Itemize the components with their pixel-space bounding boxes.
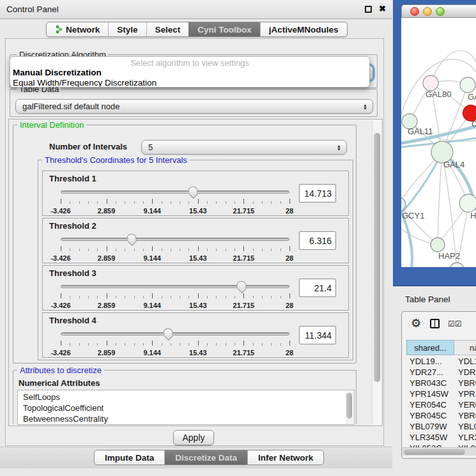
horizontal-scrollbar[interactable] [402, 447, 476, 456]
scrollbar-thumb[interactable] [374, 133, 380, 382]
slider-thumb[interactable] [127, 234, 136, 241]
combobox-arrows-icon: ▲▼ [363, 104, 367, 110]
threshold-label: Threshold 4 [49, 316, 96, 325]
column-header-shared[interactable]: shared... [406, 340, 454, 355]
tab-style[interactable]: Style [108, 22, 146, 36]
threshold-2-value-field[interactable]: 6.316 [299, 231, 336, 250]
threshold-4-value-field[interactable]: 11.344 [299, 326, 336, 344]
tab-label: jActiveMNodules [269, 25, 339, 35]
tab-infer-network[interactable]: Infer Network [247, 450, 323, 464]
tick-label: 15.43 [189, 302, 207, 309]
network-canvas[interactable]: GAL80 GA C GAL11 GAL4 GCY1 H HAP2 [401, 18, 476, 267]
slider-thumb[interactable] [236, 281, 246, 288]
tab-jactivemnodules[interactable]: jActiveMNodules [260, 22, 347, 36]
checkbox-icons[interactable]: ☑☑ [448, 319, 462, 328]
node-label-gcy1: GCY1 [402, 211, 424, 220]
top-tab-bar: Network Style Select Cyni Toolbox jActiv… [46, 22, 348, 37]
tick-label: 28 [286, 207, 293, 215]
tick-label: 9.144 [143, 207, 161, 215]
list-item[interactable]: SelfLoops [23, 392, 354, 403]
table-body: YDL19... YDL19 YDR27... YDR27 YBR043C YB… [402, 357, 476, 447]
table-row[interactable]: YDR27... YDR27 [402, 367, 476, 378]
tick-label: 28 [286, 254, 293, 262]
tab-label: Select [155, 25, 181, 35]
numerical-attributes-label: Numerical Attributes [19, 378, 100, 388]
cell-shared: YDL19... [410, 357, 454, 366]
table-row[interactable]: YBR045C YBR04 [402, 411, 476, 422]
threshold-1-panel: Threshold 1 -3.426 2.859 9.144 15.43 21.… [42, 171, 349, 216]
table-panel-window: ⚙ ☑☑ shared... name YDL19... YDL19 YDR27… [401, 311, 476, 459]
columns-icon[interactable] [430, 319, 440, 328]
cell-shared: YBR043C [410, 378, 454, 388]
close-traffic-light[interactable] [410, 7, 419, 16]
thresholds-group: Threshold's Coordinates for 5 Intervals … [38, 160, 353, 360]
tab-discretize-data[interactable]: Discretize Data [164, 450, 247, 464]
list-item[interactable]: TopologicalCoefficient [23, 403, 354, 413]
tick-label: 21.715 [233, 207, 255, 215]
zoom-traffic-light[interactable] [436, 7, 445, 16]
table-panel-title: Table Panel [405, 295, 450, 304]
settings-scroll-area: Interval Definition Number of Intervals … [8, 119, 383, 426]
table-row[interactable]: YDL19... YDL19 [402, 357, 476, 367]
threshold-1-value-field[interactable]: 14.713 [299, 184, 336, 203]
table-row[interactable]: YBL079W YBL07 [402, 422, 476, 433]
tab-cyni-toolbox[interactable]: Cyni Toolbox [188, 22, 260, 36]
control-panel-titlebar: Control Panel ✖ [0, 0, 392, 19]
tab-select[interactable]: Select [146, 22, 189, 36]
table-row[interactable]: YLR345W YLR34 [402, 433, 476, 443]
dropdown-option-manual-discretization[interactable]: Manual Discretization [13, 68, 102, 77]
minimize-traffic-light[interactable] [423, 7, 432, 16]
slider-track[interactable] [61, 332, 289, 335]
tab-impute-data[interactable]: Impute Data [95, 450, 164, 464]
window-title: Control Panel [6, 4, 59, 14]
column-header-name[interactable]: name [454, 340, 476, 355]
slider-tick-labels: -3.426 2.859 9.144 15.43 21.715 28 [61, 302, 289, 309]
close-icon[interactable]: ✖ [379, 4, 386, 13]
threshold-4-panel: Threshold 4 -3.426 2.859 9.144 15.43 21.… [42, 312, 349, 358]
numerical-attributes-list: SelfLoops TopologicalCoefficient Between… [17, 390, 355, 425]
slider-tick-labels: -3.426 2.859 9.144 15.43 21.715 28 [61, 349, 289, 357]
scrollbar-thumb[interactable] [346, 393, 352, 418]
tab-network[interactable]: Network [47, 22, 108, 36]
list-item[interactable]: BetweennessCentrality [23, 413, 354, 424]
tick-label: 9.144 [143, 302, 161, 309]
node-top-right[interactable] [460, 77, 475, 93]
slider-ticks [61, 293, 289, 299]
slider-thumb[interactable] [164, 328, 173, 335]
number-of-intervals-combobox[interactable]: 5 ▲▼ [141, 140, 347, 155]
node-bottom[interactable] [450, 263, 464, 267]
node-h[interactable] [459, 194, 476, 212]
list-scrollbar[interactable] [346, 391, 353, 425]
tab-label: Style [117, 25, 137, 35]
table-data-combobox[interactable]: galFiltered.sif default node ▲▼ [15, 99, 373, 114]
network-window-titlebar[interactable] [401, 4, 476, 18]
group-label: Threshold's Coordinates for 5 Intervals [42, 155, 190, 165]
cell-name: YDR27 [458, 367, 476, 377]
table-row[interactable]: YER054C YER05 [402, 400, 476, 411]
slider-track[interactable] [61, 285, 289, 288]
slider-tick-labels: -3.426 2.859 9.144 15.43 21.715 28 [61, 254, 289, 262]
vertical-scrollbar[interactable] [372, 120, 381, 425]
float-window-icon[interactable] [365, 6, 372, 13]
gear-icon[interactable]: ⚙ [411, 318, 421, 329]
scrollbar-thumb[interactable] [404, 449, 465, 455]
node-label-ga: GA [468, 92, 476, 102]
threshold-3-value-field[interactable]: 21.4 [299, 279, 336, 297]
table-row[interactable]: YPR145W YPR14 [402, 389, 476, 400]
tick-label: 15.43 [189, 254, 207, 262]
apply-button[interactable]: Apply [173, 430, 214, 445]
tick-label: -3.426 [50, 254, 70, 262]
slider-thumb[interactable] [188, 187, 197, 194]
cell-name: YBR04 [458, 378, 476, 388]
slider-track[interactable] [61, 238, 289, 241]
network-view-window: GAL80 GA C GAL11 GAL4 GCY1 H HAP2 [393, 0, 476, 286]
node-gal80[interactable] [423, 75, 438, 91]
node-hap2[interactable] [431, 238, 445, 252]
tick-label: -3.426 [50, 302, 70, 309]
cell-shared: YBR045C [410, 411, 454, 420]
dropdown-option-equal-width-frequency[interactable]: Equal Width/Frequency Discretization [13, 78, 157, 88]
table-panel-toolbar: ⚙ ☑☑ [402, 312, 476, 337]
combobox-value: galFiltered.sif default node [22, 102, 119, 111]
slider-track[interactable] [61, 190, 289, 194]
table-row[interactable]: YBR043C YBR04 [402, 378, 476, 389]
